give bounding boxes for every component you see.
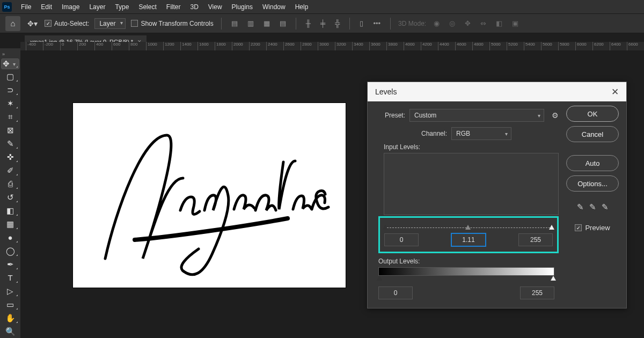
- auto-button[interactable]: Auto: [566, 155, 619, 171]
- 3d-orbit-icon: ◉: [431, 19, 442, 27]
- output-gradient: [378, 267, 554, 276]
- auto-select-checkbox[interactable]: ✓: [45, 20, 52, 27]
- 3d-roll-icon: ◎: [447, 19, 457, 27]
- channel-dropdown[interactable]: RGB: [451, 127, 511, 140]
- menu-file[interactable]: File: [16, 1, 36, 13]
- menubar: Ps File Edit Image Layer Type Select Fil…: [0, 0, 644, 14]
- tools-panel: » ✥ ▢ ⊃ ✶ ⌗ ⊠ ✎ ✜ ✐ ⎙ ↺ ◧ ▦ ● ◯ ✒ T ▷ ▭ …: [0, 48, 20, 338]
- black-eyedropper-icon[interactable]: ✎: [577, 202, 584, 212]
- distribute-center-icon[interactable]: ╪: [318, 19, 327, 27]
- ruler-tick: 1200: [163, 42, 180, 50]
- distribute-v-icon[interactable]: ╬: [333, 19, 342, 27]
- ruler-tick: 3400: [352, 42, 369, 50]
- histogram: [384, 153, 559, 215]
- ruler-tick: 1600: [197, 42, 215, 50]
- output-white-slider[interactable]: [551, 276, 556, 281]
- output-white-field[interactable]: 255: [520, 286, 554, 299]
- auto-select-target-dropdown[interactable]: Layer: [94, 18, 126, 29]
- document-canvas[interactable]: [73, 103, 346, 288]
- ok-button[interactable]: OK: [566, 106, 619, 122]
- crop-tool[interactable]: ⌗: [2, 111, 19, 123]
- healing-brush-tool[interactable]: ✜: [2, 151, 19, 163]
- 3d-mode-label: 3D Mode:: [398, 20, 426, 27]
- ruler-tick: 2600: [283, 42, 301, 50]
- menu-3d[interactable]: 3D: [185, 1, 203, 13]
- output-slider-track[interactable]: [378, 276, 554, 283]
- gray-eyedropper-icon[interactable]: ✎: [589, 202, 596, 212]
- dialog-titlebar[interactable]: Levels ✕: [368, 82, 626, 101]
- 3d-camera-icon: ▣: [510, 19, 521, 27]
- input-slider-track[interactable]: [384, 227, 553, 228]
- transform-checkbox[interactable]: [131, 20, 138, 27]
- separator: [296, 18, 296, 30]
- history-brush-tool[interactable]: ↺: [2, 191, 19, 203]
- clone-stamp-tool[interactable]: ⎙: [2, 178, 19, 190]
- preview-checkbox[interactable]: ✓: [575, 224, 582, 231]
- home-button[interactable]: ⌂: [5, 16, 20, 31]
- ruler-tick: -400: [26, 42, 43, 50]
- ruler-tick: 6400: [610, 42, 627, 50]
- ruler-tick: 3200: [335, 42, 352, 50]
- ruler-tick: 5800: [558, 42, 575, 50]
- distribute-h-icon[interactable]: ╫: [304, 19, 313, 27]
- align-right-icon[interactable]: ▦: [261, 19, 272, 27]
- input-black-field[interactable]: 0: [384, 233, 419, 246]
- magic-wand-tool[interactable]: ✶: [2, 97, 19, 109]
- menu-help[interactable]: Help: [290, 1, 313, 13]
- brush-tool[interactable]: ✐: [2, 164, 19, 177]
- ruler-tick: 2200: [249, 42, 266, 50]
- output-black-field[interactable]: 0: [378, 286, 413, 299]
- gradient-tool[interactable]: ▦: [2, 218, 19, 230]
- align-center-h-icon[interactable]: ▥: [245, 19, 256, 27]
- zoom-tool[interactable]: 🔍: [2, 325, 19, 337]
- move-tool[interactable]: ✥: [1, 58, 19, 69]
- menu-plugins[interactable]: Plugins: [227, 1, 258, 13]
- menu-edit[interactable]: Edit: [36, 1, 57, 13]
- menu-view[interactable]: View: [203, 1, 227, 13]
- more-icon[interactable]: •••: [371, 19, 383, 27]
- app-logo: Ps: [2, 2, 12, 12]
- marquee-tool[interactable]: ▢: [2, 70, 19, 83]
- menu-layer[interactable]: Layer: [84, 1, 110, 13]
- ruler-tick: 5200: [507, 42, 524, 50]
- rectangle-tool[interactable]: ▭: [2, 298, 19, 311]
- ruler-tick: 400: [94, 42, 112, 50]
- menu-select[interactable]: Select: [134, 1, 161, 13]
- output-black-slider[interactable]: [377, 276, 382, 281]
- eyedropper-tool[interactable]: ✎: [2, 137, 19, 150]
- align-to-icon[interactable]: ▯: [357, 19, 365, 27]
- black-point-slider[interactable]: [383, 225, 388, 230]
- frame-tool[interactable]: ⊠: [2, 124, 19, 136]
- pen-tool[interactable]: ✒: [2, 258, 19, 270]
- white-eyedropper-icon[interactable]: ✎: [602, 202, 609, 212]
- close-icon[interactable]: ✕: [611, 86, 619, 98]
- preview-label: Preview: [585, 224, 610, 232]
- input-levels-label: Input Levels:: [384, 143, 559, 151]
- eraser-tool[interactable]: ◧: [2, 204, 19, 217]
- cancel-button[interactable]: Cancel: [566, 126, 619, 142]
- 3d-scale-icon: ◧: [494, 19, 504, 27]
- menu-image[interactable]: Image: [57, 1, 84, 13]
- dodge-tool[interactable]: ◯: [2, 245, 19, 257]
- ruler-tick: 1400: [180, 42, 197, 50]
- path-select-tool[interactable]: ▷: [2, 285, 19, 297]
- input-white-field[interactable]: 255: [518, 233, 553, 246]
- type-tool[interactable]: T: [2, 271, 19, 284]
- output-levels-label: Output Levels:: [378, 258, 559, 265]
- white-point-slider[interactable]: [549, 225, 554, 230]
- menu-type[interactable]: Type: [110, 1, 134, 13]
- menu-filter[interactable]: Filter: [162, 1, 186, 13]
- midtone-slider[interactable]: [465, 225, 471, 230]
- options-button[interactable]: Options...: [566, 175, 619, 192]
- preset-menu-icon[interactable]: ⚙: [552, 111, 559, 120]
- expand-panel-icon[interactable]: »: [0, 50, 7, 58]
- align-top-icon[interactable]: ▤: [277, 19, 288, 27]
- ruler-tick: 6600: [627, 42, 644, 50]
- preset-dropdown[interactable]: Custom: [409, 109, 544, 122]
- align-left-icon[interactable]: ▤: [229, 19, 240, 27]
- menu-window[interactable]: Window: [258, 1, 290, 13]
- lasso-tool[interactable]: ⊃: [2, 84, 19, 96]
- blur-tool[interactable]: ●: [2, 231, 19, 244]
- hand-tool[interactable]: ✋: [2, 312, 19, 324]
- input-midtone-field[interactable]: 1.11: [451, 233, 486, 246]
